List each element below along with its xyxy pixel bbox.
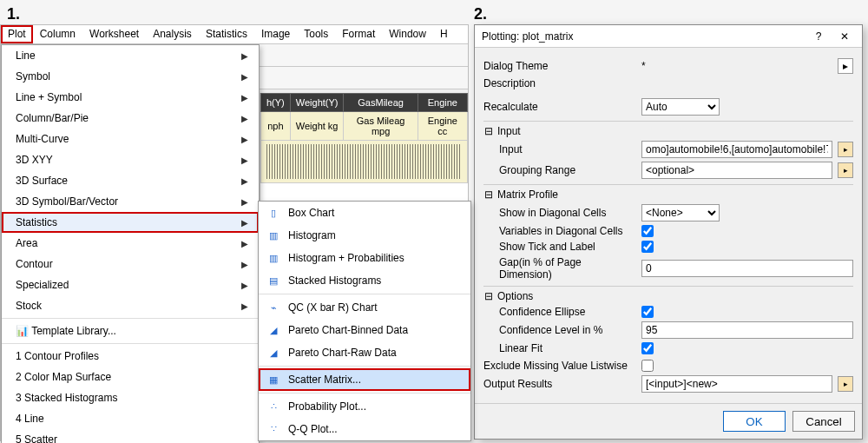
show-diag-select[interactable]: <None> [641, 204, 720, 222]
menu-item-stock[interactable]: Stock▶ [2, 295, 259, 316]
collapse-toggle[interactable]: ⊟ [483, 188, 494, 201]
input-field[interactable] [641, 141, 832, 158]
col-header[interactable]: GasMileag [344, 94, 418, 112]
show-tick-checkbox[interactable] [641, 241, 654, 253]
help-button[interactable]: ? [808, 30, 829, 43]
collapse-toggle[interactable]: ⊟ [483, 290, 494, 302]
menu-worksheet[interactable]: Worksheet [82, 25, 146, 43]
histogram-icon: ▥ [266, 228, 281, 242]
conf-level-field[interactable] [641, 321, 853, 339]
vars-diag-checkbox[interactable] [641, 225, 654, 237]
pareto-icon: ◢ [266, 323, 281, 337]
close-button[interactable]: ✕ [834, 30, 855, 43]
menu-item-template-library[interactable]: 📊 Template Library... [2, 321, 259, 341]
prob-plot-icon: ∴ [266, 400, 281, 413]
linear-fit-checkbox[interactable] [641, 342, 654, 354]
qc-chart-icon: ⌁ [266, 301, 281, 314]
menu-item-recent-1[interactable]: 1 Contour Profiles [2, 346, 259, 367]
menu-item-recent-3[interactable]: 3 Stacked Histograms [2, 387, 259, 408]
col-unit: Weight kg [290, 112, 344, 141]
show-diag-label: Show in Diagonal Cells [499, 207, 636, 219]
output-results-label: Output Results [483, 378, 636, 390]
menu-item-3dxyy[interactable]: 3D XYY▶ [2, 149, 259, 170]
menu-item-recent-4[interactable]: 4 Line [2, 408, 259, 429]
menu-image[interactable]: Image [254, 25, 297, 43]
menu-item-column-bar-pie[interactable]: Column/Bar/Pie▶ [2, 108, 259, 129]
menu-item-contour[interactable]: Contour▶ [2, 254, 259, 274]
input-group-label: Input [497, 125, 521, 137]
dialog-footer: OK Cancel [475, 403, 862, 439]
menu-item-recent-2[interactable]: 2 Color Map Surface [2, 367, 259, 387]
matrix-profile-label: Matrix Profile [497, 188, 558, 201]
menu-plot[interactable]: Plot [1, 25, 33, 43]
menu-item-area[interactable]: Area▶ [2, 233, 259, 254]
menu-tools[interactable]: Tools [297, 25, 335, 43]
menu-item-3dsurface[interactable]: 3D Surface▶ [2, 170, 259, 191]
menu-item-multi-curve[interactable]: Multi-Curve▶ [2, 129, 259, 149]
submenu-pareto-binned[interactable]: ◢Pareto Chart-Binned Data [259, 319, 470, 341]
scatter-matrix-icon: ▦ [266, 373, 281, 387]
submenu-box-chart[interactable]: ▯Box Chart [259, 202, 470, 224]
chevron-right-icon: ▶ [241, 281, 248, 290]
col-header[interactable]: h(Y) [261, 94, 291, 112]
range-picker-button[interactable]: ▸ [838, 162, 853, 178]
collapse-toggle[interactable]: ⊟ [483, 125, 494, 137]
chevron-right-icon: ▶ [241, 135, 248, 144]
menu-format[interactable]: Format [335, 25, 382, 43]
submenu-qc-chart[interactable]: ⌁QC (X bar R) Chart [259, 296, 470, 319]
submenu-probability-plot[interactable]: ∴Probability Plot... [259, 395, 470, 418]
plot-dropdown-menu: Line▶ Symbol▶ Line + Symbol▶ Column/Bar/… [1, 44, 260, 443]
sparkline-row [266, 144, 462, 179]
menu-item-line[interactable]: Line▶ [2, 45, 259, 66]
grouping-range-field[interactable] [641, 162, 832, 179]
submenu-histogram-prob[interactable]: ▥Histogram + Probabilities [259, 247, 470, 269]
chevron-right-icon: ▶ [241, 301, 248, 311]
cancel-button[interactable]: Cancel [792, 411, 855, 432]
output-results-field[interactable] [641, 375, 832, 393]
menu-item-statistics[interactable]: Statistics▶ [2, 212, 259, 233]
exclude-missing-checkbox[interactable] [641, 360, 654, 372]
theme-menu-button[interactable]: ▸ [838, 58, 853, 74]
chevron-right-icon: ▶ [241, 218, 248, 228]
menubar: Plot Column Worksheet Analysis Statistic… [1, 25, 468, 44]
menu-analysis[interactable]: Analysis [146, 25, 199, 43]
submenu-qq-plot[interactable]: ∵Q-Q Plot... [259, 418, 470, 440]
col-header[interactable]: Weight(Y) [290, 94, 344, 112]
menu-statistics[interactable]: Statistics [199, 25, 254, 43]
menu-item-specialized[interactable]: Specialized▶ [2, 274, 259, 295]
recalculate-select[interactable]: Auto [641, 98, 720, 116]
range-picker-button[interactable]: ▸ [838, 142, 853, 157]
menu-column[interactable]: Column [33, 25, 82, 43]
gap-field[interactable] [641, 260, 853, 277]
menu-item-3dsymbol[interactable]: 3D Symbol/Bar/Vector▶ [2, 191, 259, 212]
menu-item-line-symbol[interactable]: Line + Symbol▶ [2, 87, 259, 108]
submenu-pareto-raw[interactable]: ◢Pareto Chart-Raw Data [259, 341, 470, 364]
conf-ellipse-checkbox[interactable] [641, 306, 654, 318]
gap-label: Gap(in % of Page Dimension) [499, 256, 636, 281]
chevron-right-icon: ▶ [241, 239, 248, 248]
menu-window[interactable]: Window [382, 25, 433, 43]
menu-help[interactable]: H [433, 25, 455, 43]
range-picker-button[interactable]: ▸ [838, 376, 853, 392]
stacked-hist-icon: ▤ [266, 274, 281, 288]
ok-button[interactable]: OK [723, 411, 786, 432]
submenu-scatter-matrix[interactable]: ▦Scatter Matrix... [259, 368, 470, 391]
step-2-label: 2. [474, 5, 487, 23]
qq-plot-icon: ∵ [266, 422, 281, 436]
col-unit: Engine cc [418, 112, 467, 141]
menu-item-recent-5[interactable]: 5 Scatter [2, 429, 259, 443]
submenu-histogram[interactable]: ▥Histogram [259, 224, 470, 247]
description-label: Description [483, 77, 636, 89]
dialog-theme-value: * [641, 60, 832, 72]
col-header[interactable]: Engine [418, 94, 467, 112]
menu-item-symbol[interactable]: Symbol▶ [2, 66, 259, 87]
options-group: ⊟Options Confidence Ellipse Confidence L… [483, 286, 853, 354]
recalculate-label: Recalculate [483, 101, 636, 113]
submenu-stacked-hist[interactable]: ▤Stacked Histograms [259, 269, 470, 292]
chevron-right-icon: ▶ [241, 93, 248, 102]
conf-ellipse-label: Confidence Ellipse [499, 306, 636, 318]
chevron-right-icon: ▶ [241, 197, 248, 207]
dialog-theme-label: Dialog Theme [483, 60, 636, 72]
input-label: Input [499, 143, 636, 155]
dialog-title: Plotting: plot_matrix [482, 30, 803, 43]
